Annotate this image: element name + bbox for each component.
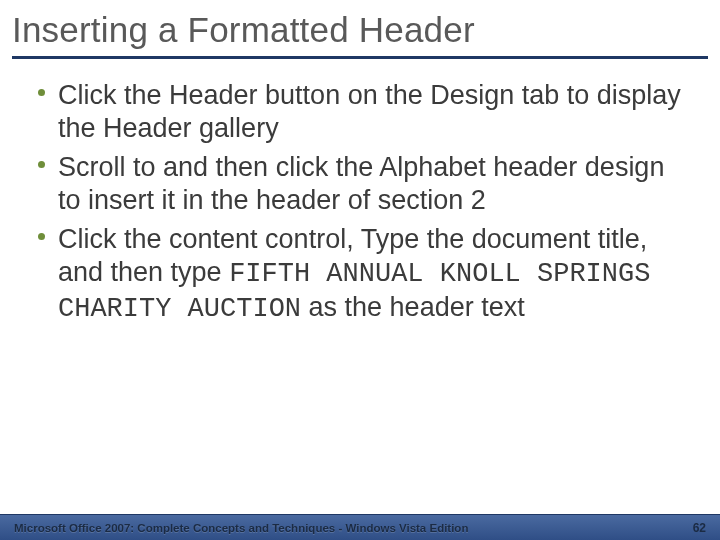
list-item-text: Scroll to and then click the Alphabet he… (58, 152, 664, 215)
footer-bar: Microsoft Office 2007: Complete Concepts… (0, 514, 720, 540)
slide: Inserting a Formatted Header Click the H… (0, 0, 720, 540)
footer-text: Microsoft Office 2007: Complete Concepts… (14, 522, 468, 534)
bullet-list: Click the Header button on the Design ta… (34, 79, 686, 326)
list-item: Click the Header button on the Design ta… (34, 79, 686, 145)
page-title: Inserting a Formatted Header (12, 10, 708, 50)
list-item: Scroll to and then click the Alphabet he… (34, 151, 686, 217)
bullet-icon (38, 161, 45, 168)
list-item: Click the content control, Type the docu… (34, 223, 686, 326)
title-area: Inserting a Formatted Header (0, 0, 720, 50)
page-number: 62 (693, 521, 706, 535)
list-item-text-post: as the header text (301, 292, 525, 322)
bullet-icon (38, 89, 45, 96)
list-item-text: Click the Header button on the Design ta… (58, 80, 681, 143)
bullet-icon (38, 233, 45, 240)
body-area: Click the Header button on the Design ta… (0, 59, 720, 326)
